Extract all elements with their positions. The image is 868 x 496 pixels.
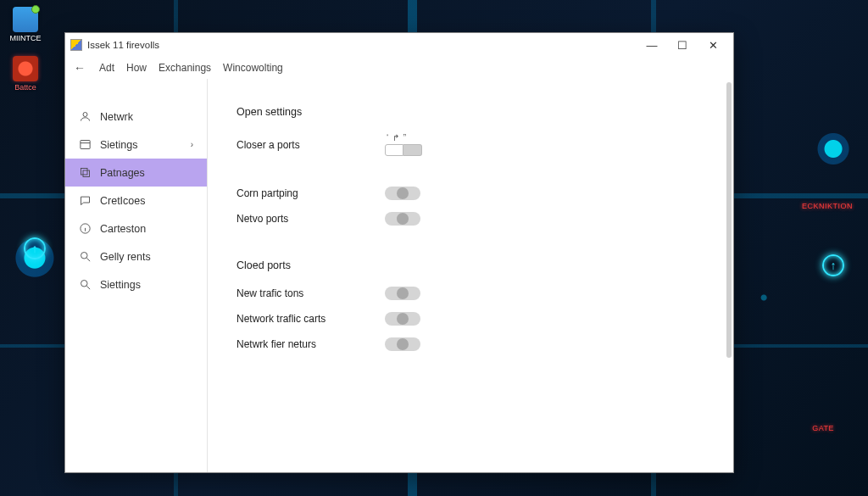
sidebar-item-label: Gelly rents bbox=[100, 251, 151, 263]
close-button[interactable]: ✕ bbox=[698, 35, 728, 55]
svg-point-8 bbox=[81, 253, 88, 259]
setting-label: Network traflic carts bbox=[236, 313, 385, 325]
chevron-right-icon: › bbox=[191, 140, 193, 149]
user-icon bbox=[79, 110, 92, 123]
setting-label: Closer a ports bbox=[236, 139, 385, 151]
wallpaper-text: ECKNIKTION bbox=[802, 202, 853, 210]
menu-item[interactable]: Wincowolting bbox=[223, 62, 283, 74]
sidebar-item-creticoes[interactable]: CretIcoes bbox=[65, 187, 207, 215]
sidebar-item-label: Sietings bbox=[100, 139, 137, 151]
setting-label: New trafic tons bbox=[236, 287, 385, 299]
chat-icon bbox=[79, 194, 92, 207]
copy-icon bbox=[79, 166, 92, 179]
svg-line-11 bbox=[86, 286, 90, 289]
desktop-icon-label: Battce bbox=[14, 83, 36, 92]
setting-label: Netvo ports bbox=[236, 213, 385, 225]
menubar: ← Adt How Exchanings Wincowolting bbox=[65, 57, 733, 79]
toggle-switch[interactable] bbox=[385, 212, 420, 226]
setting-label: Netwrk fier neturs bbox=[236, 338, 385, 350]
desktop-icon-battce[interactable]: Battce bbox=[8, 56, 42, 92]
app-icon bbox=[70, 39, 82, 51]
info-icon bbox=[79, 222, 92, 235]
search-icon bbox=[79, 250, 92, 263]
section-header: Cloed ports bbox=[236, 259, 704, 271]
window-title: Issek 11 firevolls bbox=[87, 40, 159, 50]
wallpaper-text: GATE bbox=[812, 424, 834, 432]
wallpaper-glyph-circle: ↑ bbox=[24, 237, 46, 259]
svg-rect-1 bbox=[81, 141, 90, 149]
computer-icon bbox=[13, 7, 38, 32]
desktop-icon-label: MIINTCE bbox=[10, 34, 42, 42]
panel-icon bbox=[79, 138, 92, 151]
segmented-toggle[interactable] bbox=[385, 144, 422, 156]
setting-row-new-trafic: New trafic tons bbox=[236, 287, 704, 300]
back-button[interactable]: ← bbox=[74, 61, 86, 75]
sidebar-item-network[interactable]: Netwrk bbox=[65, 103, 207, 131]
svg-point-0 bbox=[83, 113, 87, 117]
content-pane: Open settings Closer a ports ‘ ↱ ” Corn … bbox=[208, 79, 733, 472]
setting-row-corn-partping: Corn partping bbox=[236, 187, 704, 200]
setting-label: Corn partping bbox=[236, 187, 385, 199]
section-header: Open settings bbox=[236, 106, 704, 118]
setting-row-network-carts: Network traflic carts bbox=[236, 312, 704, 326]
sidebar-item-label: Patnages bbox=[100, 167, 145, 179]
menu-item[interactable]: How bbox=[126, 62, 147, 74]
sidebar-item-carteston[interactable]: Carteston bbox=[65, 215, 207, 242]
wallpaper-glyph-circle: ↑ bbox=[822, 254, 844, 276]
toggle-switch[interactable] bbox=[385, 187, 420, 200]
toggle-mini-label: ‘ ↱ ” bbox=[387, 133, 422, 142]
desktop-icon-mintce[interactable]: MIINTCE bbox=[8, 7, 42, 42]
maximize-button[interactable]: ☐ bbox=[667, 35, 698, 55]
app-icon bbox=[13, 56, 38, 81]
toggle-switch[interactable] bbox=[385, 337, 420, 351]
setting-row-netvo-ports: Netvo ports bbox=[236, 212, 704, 226]
minimize-button[interactable]: — bbox=[637, 35, 667, 55]
titlebar[interactable]: Issek 11 firevolls — ☐ ✕ bbox=[65, 33, 733, 57]
setting-row-closer-ports: Closer a ports ‘ ↱ ” bbox=[236, 133, 704, 156]
sidebar-item-label: Carteston bbox=[100, 223, 146, 235]
sidebar-item-label: CretIcoes bbox=[100, 195, 146, 207]
toggle-switch[interactable] bbox=[385, 312, 420, 326]
search-icon bbox=[79, 278, 92, 291]
svg-rect-3 bbox=[81, 169, 88, 176]
sidebar-item-settings2[interactable]: Siettings bbox=[65, 270, 207, 298]
sidebar: Netwrk Sietings › Patnages CretIcoes bbox=[65, 79, 208, 472]
menu-item[interactable]: Adt bbox=[99, 62, 114, 74]
sidebar-item-patnages[interactable]: Patnages bbox=[65, 159, 207, 187]
sidebar-item-settings[interactable]: Sietings › bbox=[65, 131, 207, 159]
toggle-switch[interactable] bbox=[385, 287, 420, 300]
setting-row-network-fier: Netwrk fier neturs bbox=[236, 337, 704, 351]
sidebar-item-gelly[interactable]: Gelly rents bbox=[65, 242, 207, 270]
sidebar-item-label: Siettings bbox=[100, 279, 141, 291]
app-window: Issek 11 firevolls — ☐ ✕ ← Adt How Excha… bbox=[64, 32, 734, 473]
scrollbar[interactable] bbox=[726, 82, 732, 358]
svg-point-10 bbox=[81, 281, 88, 287]
sidebar-item-label: Netwrk bbox=[100, 111, 133, 123]
svg-rect-4 bbox=[83, 170, 90, 177]
menu-item[interactable]: Exchanings bbox=[159, 62, 211, 74]
svg-line-9 bbox=[86, 258, 90, 261]
